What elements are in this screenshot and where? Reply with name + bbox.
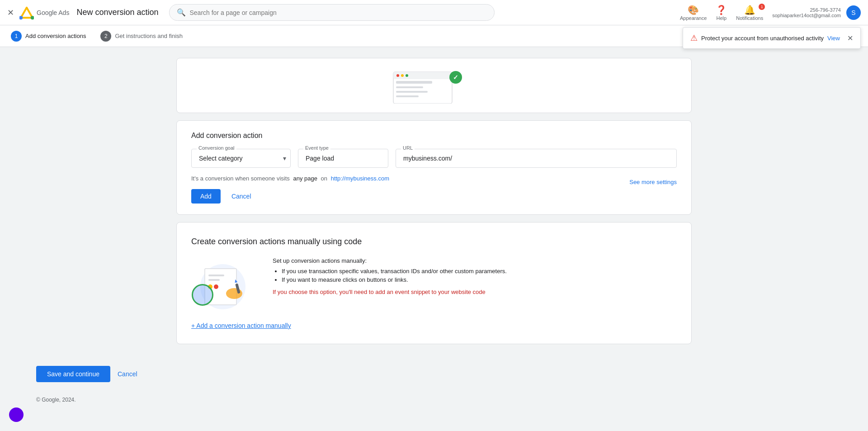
conversion-goal-select[interactable]: Select category Purchase Sign-up Lead Pa… — [191, 149, 291, 168]
url-label: URL — [401, 145, 415, 151]
page-title: New conversion action — [76, 8, 158, 17]
main-content: ✓ Add conversion action Conversion goal … — [140, 47, 728, 366]
step-1-label: Add conversion actions — [25, 33, 86, 39]
event-type-input[interactable] — [298, 149, 388, 168]
conversion-action-card: Add conversion action Conversion goal Se… — [176, 120, 692, 215]
notifications-icon: 🔔 — [744, 5, 755, 15]
svg-text:✓: ✓ — [453, 74, 458, 81]
manual-illustration — [191, 257, 255, 313]
svg-rect-16 — [208, 275, 224, 276]
svg-rect-10 — [396, 91, 428, 93]
step-2-label: Get instructions and finish — [115, 33, 183, 39]
notification-text: Protect your account from unauthorised a… — [701, 35, 824, 42]
manual-bullets: If you use transaction specific values, … — [282, 268, 677, 283]
help-icon: ❓ — [716, 5, 727, 15]
event-type-field: Event type — [298, 149, 388, 168]
warning-icon: ⚠ — [690, 33, 698, 43]
form-button-row: Add Cancel — [191, 189, 677, 204]
manual-note: If you choose this option, you'll need t… — [273, 289, 677, 295]
manual-conversion-card: Create conversion actions manually using… — [176, 222, 692, 344]
user-info: 256-796-3774 sophiaparker14oct@gmail.com — [772, 7, 841, 18]
google-ads-label: Google Ads — [37, 9, 69, 16]
see-more-settings-link[interactable]: See more settings — [629, 179, 677, 185]
cancel-form-button[interactable]: Cancel — [226, 189, 257, 204]
step-2: 2 Get instructions and finish — [100, 31, 183, 42]
notifications-wrap: 🔔 Notifications 1 — [732, 3, 767, 23]
appearance-label: Appearance — [680, 15, 707, 21]
step-1: 1 Add conversion actions — [11, 31, 86, 42]
svg-point-5 — [396, 74, 399, 77]
view-link[interactable]: View — [827, 35, 840, 42]
top-nav: ✕ Google Ads New conversion action 🔍 🎨 A… — [0, 0, 868, 25]
svg-rect-8 — [396, 81, 432, 84]
bottom-actions: Save and continue Cancel — [0, 366, 868, 393]
svg-rect-11 — [396, 95, 419, 97]
search-icon: 🔍 — [177, 8, 186, 17]
svg-point-6 — [401, 74, 404, 77]
nav-right: 🎨 Appearance ❓ Help 🔔 Notifications 1 25… — [676, 3, 861, 23]
manual-card-title: Create conversion actions manually using… — [191, 237, 677, 246]
close-button[interactable]: ✕ — [7, 8, 14, 18]
svg-rect-9 — [396, 86, 423, 88]
event-type-label: Event type — [303, 145, 330, 151]
manual-bullet-2: If you want to measure clicks on buttons… — [282, 276, 677, 283]
step-2-number: 2 — [100, 31, 111, 42]
footer: © Google, 2024. — [0, 393, 868, 407]
add-button[interactable]: Add — [191, 189, 221, 204]
add-manual-link[interactable]: + Add a conversion action manually — [191, 322, 677, 329]
manual-info: Set up conversion actions manually: If y… — [273, 257, 677, 299]
save-continue-button[interactable]: Save and continue — [36, 366, 110, 382]
notifications-label: Notifications — [736, 15, 763, 21]
user-avatar[interactable]: S — [846, 5, 861, 20]
user-email: sophiaparker14oct@gmail.com — [772, 13, 841, 18]
svg-marker-0 — [21, 7, 33, 17]
dismiss-notification-button[interactable]: ✕ — [847, 34, 853, 43]
appearance-icon: 🎨 — [688, 5, 699, 15]
svg-rect-17 — [208, 279, 220, 281]
step-1-number: 1 — [11, 31, 22, 42]
manual-intro: Set up conversion actions manually: — [273, 257, 677, 264]
conversion-goal-field: Conversion goal Select category Purchase… — [191, 149, 291, 168]
user-phone: 256-796-3774 — [810, 7, 841, 13]
manual-bullet-1: If you use transaction specific values, … — [282, 268, 677, 275]
svg-point-19 — [214, 284, 218, 289]
svg-point-18 — [208, 284, 212, 289]
manual-body: Set up conversion actions manually: If y… — [191, 257, 677, 313]
form-row: Conversion goal Select category Purchase… — [191, 149, 677, 168]
search-bar[interactable]: 🔍 — [169, 4, 495, 21]
bottom-cancel-button[interactable]: Cancel — [118, 370, 137, 378]
appearance-button[interactable]: 🎨 Appearance — [676, 3, 710, 23]
notification-badge: 1 — [759, 4, 765, 10]
notification-banner: ⚠ Protect your account from unauthorised… — [683, 27, 861, 49]
url-field: URL — [396, 149, 677, 168]
illustration-card: ✓ — [176, 58, 692, 113]
google-ads-logo: Google Ads — [19, 5, 69, 20]
conversion-goal-label: Conversion goal — [197, 145, 236, 151]
hint-text: It's a conversion when someone visits an… — [191, 175, 389, 182]
search-input[interactable] — [189, 9, 487, 16]
hint-row: It's a conversion when someone visits an… — [191, 175, 677, 189]
url-input[interactable] — [396, 149, 677, 168]
svg-point-20 — [226, 288, 242, 299]
help-label: Help — [716, 15, 726, 21]
conversion-action-title: Add conversion action — [191, 132, 677, 140]
help-button[interactable]: ❓ Help — [712, 3, 731, 23]
hint-url-link[interactable]: http://mybusiness.com — [331, 175, 389, 182]
footer-text: © Google, 2024. — [36, 397, 76, 403]
svg-point-7 — [406, 74, 408, 77]
website-illustration: ✓ — [389, 67, 479, 104]
